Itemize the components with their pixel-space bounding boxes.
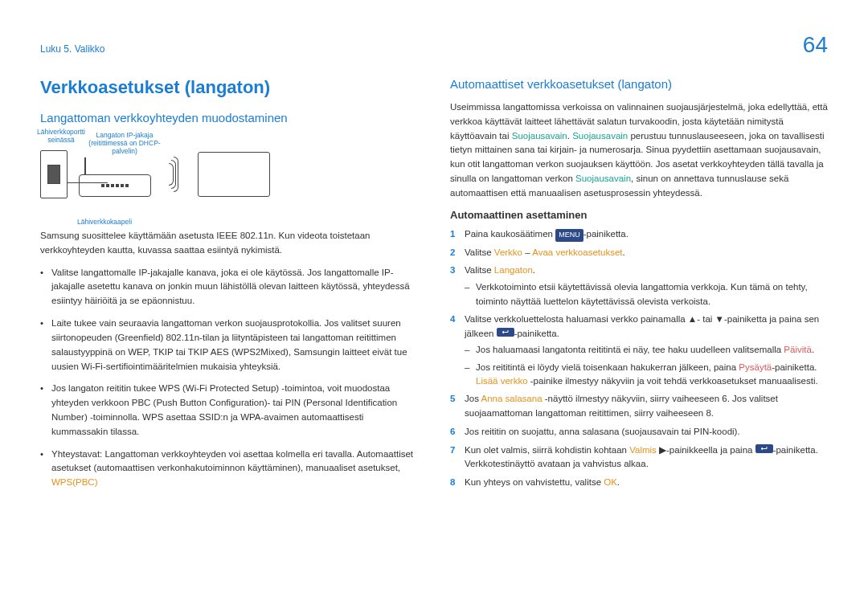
auto-setup-heading: Automaattinen asettaminen xyxy=(450,209,828,221)
sub-item: Verkkotoiminto etsii käytettävissä olevi… xyxy=(465,280,828,309)
page-header: Luku 5. Valikko 64 xyxy=(40,32,828,58)
bullet-item: Yhteystavat: Langattoman verkkoyhteyden … xyxy=(40,447,418,490)
page-number: 64 xyxy=(803,32,828,58)
right-column: Automaattiset verkkoasetukset (langaton)… xyxy=(450,77,828,498)
bullet-item: Valitse langattomalle IP-jakajalle kanav… xyxy=(40,266,418,309)
step-4: Valitse verkkoluettelosta haluamasi verk… xyxy=(450,313,828,388)
menu-path-langaton: Langaton xyxy=(494,265,533,275)
menu-path-avaa: Avaa verkkoasetukset xyxy=(532,247,622,257)
menu-path-verkko: Verkko xyxy=(494,247,522,257)
router-icon xyxy=(79,174,151,197)
section-title: Verkkoasetukset (langaton) xyxy=(40,77,418,98)
step-3: Valitse Langaton. Verkkotoiminto etsii k… xyxy=(450,264,828,308)
menu-button-icon: MENU xyxy=(555,229,583,242)
enter-button-icon xyxy=(497,328,514,337)
enter-button-icon xyxy=(755,444,773,453)
ok-label: OK xyxy=(604,477,617,487)
wps-pbc-label: WPS(PBC) xyxy=(51,477,98,487)
refresh-label: Päivitä xyxy=(784,345,812,354)
subsection-title: Langattoman verkkoyhteyden muodostaminen xyxy=(40,111,418,125)
bullet-list: Valitse langattomalle IP-jakajalle kanav… xyxy=(40,266,418,490)
bullet-text: Yhteystavat: Langattoman verkkoyhteyden … xyxy=(51,449,413,473)
stop-label: Pysäytä xyxy=(739,362,772,372)
step-8: Kun yhteys on vahvistettu, valitse OK. xyxy=(450,476,828,490)
breadcrumb: Luku 5. Valikko xyxy=(40,43,105,55)
step-4-sub: Jos haluamaasi langatonta reititintä ei … xyxy=(465,343,828,388)
security-key-term: Suojausavain xyxy=(512,131,567,141)
step-5: Jos Anna salasana -näyttö ilmestyy näkyv… xyxy=(450,392,828,421)
step-2: Valitse Verkko – Avaa verkkoasetukset. xyxy=(450,246,828,260)
security-key-term: Suojausavain xyxy=(575,174,631,183)
steps-list: Paina kaukosäätimen MENU-painiketta. Val… xyxy=(450,227,828,490)
diagram-label-cable: Lähiverkkokaapeli xyxy=(77,218,132,226)
step-6: Jos reititin on suojattu, anna salasana … xyxy=(450,425,828,439)
step-3-sub: Verkkotoiminto etsii käytettävissä olevi… xyxy=(465,280,828,309)
left-column: Verkkoasetukset (langaton) Langattoman v… xyxy=(40,77,418,498)
subsection-title-right: Automaattiset verkkoasetukset (langaton) xyxy=(450,77,828,91)
add-network-label: Lisää verkko xyxy=(476,376,528,386)
monitor-icon xyxy=(198,152,270,197)
network-diagram: Lähiverkkoportti seinässä Langaton IP-ja… xyxy=(40,134,418,215)
security-key-term: Suojausavain xyxy=(572,131,628,141)
intro-paragraph: Samsung suosittelee käyttämään asetusta … xyxy=(40,229,418,258)
intro-right: Useimmissa langattomissa verkoissa on va… xyxy=(450,100,828,201)
wifi-waves-icon xyxy=(162,158,186,190)
bullet-item: Laite tukee vain seuraavia langattoman v… xyxy=(40,317,418,374)
sub-item: Jos haluamaasi langatonta reititintä ei … xyxy=(465,343,828,357)
wall-port-icon xyxy=(40,150,68,198)
content-columns: Verkkoasetukset (langaton) Langattoman v… xyxy=(40,77,828,498)
step-7: Kun olet valmis, siirrä kohdistin kohtaa… xyxy=(450,443,828,472)
sub-item: Jos reititintä ei löydy vielä toisenkaan… xyxy=(465,361,828,389)
bullet-item: Jos langaton reititin tukee WPS (Wi-Fi P… xyxy=(40,382,418,439)
step-1: Paina kaukosäätimen MENU-painiketta. xyxy=(450,227,828,242)
done-label: Valmis xyxy=(629,445,657,455)
enter-password-label: Anna salasana xyxy=(481,394,542,403)
diagram-label-port: Lähiverkkoportti seinässä xyxy=(37,128,85,144)
diagram-label-router: Langaton IP-jakaja (reitittimessä on DHC… xyxy=(80,131,169,156)
